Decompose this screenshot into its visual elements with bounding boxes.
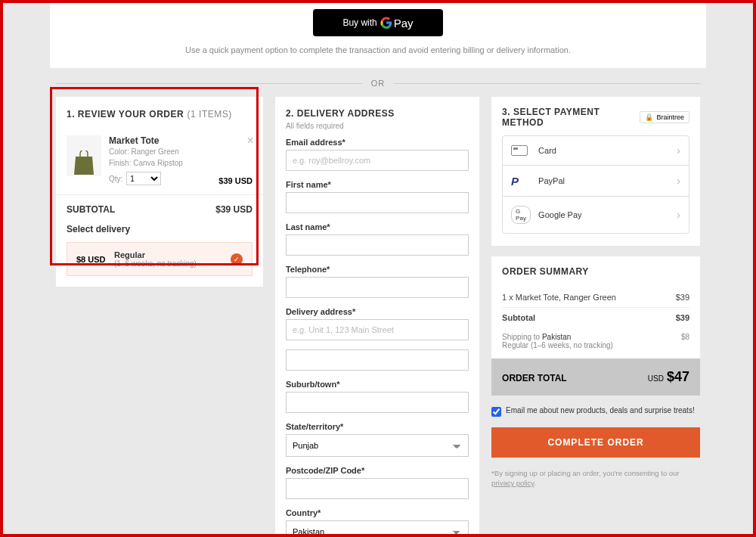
check-icon: ✓ <box>231 253 243 265</box>
zip-label: Postcode/ZIP Code* <box>286 466 469 475</box>
google-icon <box>380 17 392 29</box>
privacy-policy-link[interactable]: privacy policy <box>491 479 534 487</box>
review-title: 1. REVIEW YOUR ORDER <box>67 109 184 120</box>
suburb-field[interactable] <box>286 392 469 413</box>
summary-title: ORDER SUMMARY <box>502 266 689 277</box>
zip-field[interactable] <box>286 478 469 499</box>
suburb-label: Suburb/town* <box>286 380 469 389</box>
summary-subtotal-label: Subtotal <box>502 313 535 322</box>
complete-order-button[interactable]: COMPLETE ORDER <box>491 427 700 458</box>
payment-option-gpay[interactable]: G Pay Google Pay › <box>503 197 689 233</box>
summary-line-item: 1 x Market Tote, Ranger Green <box>502 293 616 302</box>
shipping-price: $8 <box>681 333 689 341</box>
subtotal-label: SUBTOTAL <box>67 204 115 215</box>
payment-title: 3. SELECT PAYMENT METHOD <box>502 107 640 128</box>
required-note: All fields required <box>286 122 469 130</box>
or-divider: OR <box>56 79 700 88</box>
address-label: Delivery address* <box>286 307 469 316</box>
gpay-icon: G Pay <box>511 206 531 224</box>
delivery-address-panel: 2. DELIVERY ADDRESS All fields required … <box>275 97 479 537</box>
email-optin-label: Email me about new products, deals and s… <box>506 406 695 414</box>
item-name: Market Tote <box>109 135 183 146</box>
delivery-title: 2. DELIVERY ADDRESS <box>286 108 469 119</box>
country-label: Country* <box>286 508 469 517</box>
tote-bag-icon <box>73 151 95 176</box>
cart-item: × Market Tote Color: Ranger Green Finish… <box>56 129 263 195</box>
payment-option-paypal[interactable]: P PayPal › <box>503 166 689 197</box>
item-color: Color: Ranger Green <box>109 146 183 157</box>
quick-pay-panel: Buy with Pay Use a quick payment option … <box>50 3 706 68</box>
firstname-field[interactable] <box>286 192 469 213</box>
address-field-1[interactable] <box>286 319 469 340</box>
card-icon <box>511 145 528 156</box>
qty-select[interactable]: 1 <box>126 172 161 185</box>
state-select[interactable]: Punjab <box>286 434 469 457</box>
items-count: (1 ITEMS) <box>187 109 232 120</box>
chevron-right-icon: › <box>677 144 680 157</box>
lastname-field[interactable] <box>286 234 469 256</box>
consent-text: *By signing up or placing an order, you'… <box>491 468 700 489</box>
subtotal-value: $39 USD <box>215 204 253 215</box>
summary-subtotal: $39 <box>676 313 689 322</box>
qty-label: Qty: <box>109 175 122 183</box>
telephone-label: Telephone* <box>286 265 469 274</box>
order-summary-panel: ORDER SUMMARY 1 x Market Tote, Ranger Gr… <box>491 256 700 396</box>
shipping-to: Shipping to Pakistan <box>502 333 571 341</box>
lastname-label: Last name* <box>286 222 469 231</box>
delivery-option-regular[interactable]: $8 USD Regular (1–6 weeks, no tracking) … <box>67 242 253 276</box>
gpay-logo: Pay <box>380 17 414 29</box>
gpay-button[interactable]: Buy with Pay <box>313 9 443 36</box>
telephone-field[interactable] <box>286 277 469 298</box>
country-select[interactable]: Pakistan <box>286 520 469 537</box>
item-finish: Finish: Canva Ripstop <box>109 157 183 169</box>
state-label: State/territory* <box>286 422 469 431</box>
remove-item-icon[interactable]: × <box>247 134 254 147</box>
buy-with-label: Buy with <box>342 17 376 28</box>
payment-method-panel: 3. SELECT PAYMENT METHOD 🔒 Braintree Car… <box>491 97 700 246</box>
lock-icon: 🔒 <box>645 113 653 121</box>
review-order-panel: 1. REVIEW YOUR ORDER (1 ITEMS) × Market … <box>56 97 263 287</box>
braintree-badge: 🔒 Braintree <box>640 111 689 123</box>
chevron-right-icon: › <box>677 175 680 187</box>
firstname-label: First name* <box>286 180 469 189</box>
delivery-price: $8 USD <box>76 255 114 264</box>
shipping-method: Regular (1–6 weeks, no tracking) <box>502 341 689 359</box>
chevron-right-icon: › <box>677 209 680 221</box>
payment-option-card[interactable]: Card › <box>503 136 689 166</box>
address-field-2[interactable] <box>286 349 469 371</box>
email-field[interactable] <box>286 150 469 171</box>
email-label: Email address* <box>286 138 469 147</box>
order-total-label: ORDER TOTAL <box>502 373 567 383</box>
quick-pay-note: Use a quick payment option to complete t… <box>50 45 706 54</box>
select-delivery-label: Select delivery <box>56 224 263 239</box>
delivery-desc: (1–6 weeks, no tracking) <box>114 259 197 268</box>
summary-line-price: $39 <box>676 293 689 302</box>
email-optin-checkbox[interactable] <box>491 407 501 417</box>
item-price: $39 USD <box>218 176 253 185</box>
order-total-value: USD$47 <box>648 369 689 385</box>
delivery-name: Regular <box>114 250 197 259</box>
paypal-icon: P <box>511 175 522 187</box>
product-thumbnail <box>67 135 101 176</box>
